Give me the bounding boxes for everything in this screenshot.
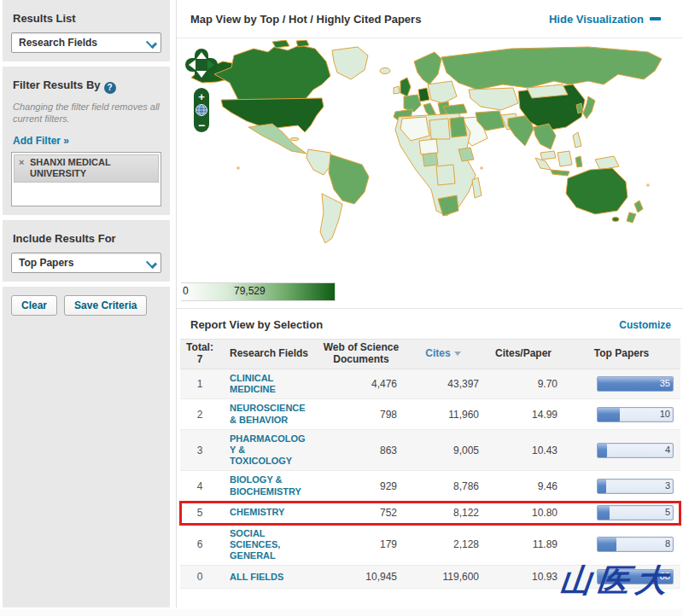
country-shape <box>595 156 619 170</box>
row-cites-per-paper-value: 14.99 <box>484 405 563 424</box>
legend-min-value: 0 <box>183 285 189 297</box>
column-header-cites[interactable]: Cites <box>402 346 484 363</box>
table-row: 5 CHEMISTRY 752 8,122 10.80 5 <box>180 502 680 525</box>
country-shape <box>551 170 569 176</box>
row-rank: 1 <box>180 375 219 393</box>
hide-visualization-link[interactable]: Hide Visualization <box>549 13 661 26</box>
top-papers-value: 35 <box>660 378 670 388</box>
sort-descending-icon <box>454 352 461 356</box>
top-papers-bar-fill <box>598 538 616 551</box>
table-row: 1 CLINICAL MEDICINE 4,476 43,397 9.70 35 <box>180 369 680 399</box>
row-cites-value: 43,397 <box>402 375 484 393</box>
research-field-link[interactable]: SOCIAL SCIENCES, GENERAL <box>230 528 308 562</box>
clear-button[interactable]: Clear <box>11 295 57 316</box>
table-row: 4 BIOLOGY & BIOCHEMISTRY 929 8,786 9.46 … <box>180 471 680 501</box>
top-papers-value: 8 <box>665 538 670 549</box>
row-rank: 5 <box>180 503 219 522</box>
customize-link[interactable]: Customize <box>619 319 671 331</box>
country-shape <box>423 153 438 166</box>
map-controls: + − <box>184 47 221 148</box>
research-field-link[interactable]: CLINICAL MEDICINE <box>230 373 308 395</box>
legend-max-value: 79,529 <box>234 285 266 297</box>
country-shape <box>540 151 556 160</box>
zoom-control[interactable]: + − <box>194 88 209 132</box>
top-papers-bar-fill <box>598 444 607 457</box>
remove-filter-icon[interactable]: × <box>19 157 24 168</box>
filter-header: Filter Results By? <box>13 78 161 94</box>
report-view-header: Report View by Selection Customize <box>177 308 683 339</box>
row-rank: 2 <box>180 405 219 424</box>
include-results-select[interactable]: Top Papers <box>11 253 161 273</box>
country-shape <box>214 45 330 100</box>
row-cites-per-paper-value: 10.80 <box>484 503 563 522</box>
row-documents-value: 929 <box>320 477 402 496</box>
row-cites-value: 9,005 <box>402 441 484 460</box>
research-field-link[interactable]: CHEMISTRY <box>230 507 308 518</box>
zoom-out-button[interactable]: − <box>198 119 205 132</box>
country-shape <box>332 47 368 79</box>
zoom-in-button[interactable]: + <box>198 90 205 103</box>
map-view-title: Map View by Top / Hot / Highly Cited Pap… <box>190 13 421 26</box>
map-view-header: Map View by Top / Hot / Highly Cited Pap… <box>177 0 683 38</box>
row-documents-value: 4,476 <box>320 375 402 393</box>
top-papers-value: 4 <box>665 445 670 455</box>
results-list-select[interactable]: Research Fields <box>11 32 161 53</box>
column-header-documents: Web of Science Documents <box>320 340 402 369</box>
filter-list-box[interactable]: × SHANXI MEDICAL UNIVERSITY <box>11 152 161 206</box>
filter-note: Changing the filter field removes all cu… <box>13 102 160 125</box>
row-cites-per-paper-value: 9.70 <box>484 375 563 393</box>
top-papers-bar: 35 <box>597 376 674 392</box>
filter-item[interactable]: × SHANXI MEDICAL UNIVERSITY <box>14 154 159 183</box>
include-results-header: Include Results For <box>13 232 161 245</box>
top-papers-bar: 10 <box>597 407 674 422</box>
country-shape <box>296 40 309 47</box>
country-shape <box>400 78 411 96</box>
country-shape <box>441 47 662 90</box>
chevron-down-icon <box>145 37 157 49</box>
research-field-link[interactable]: PHARMACOLOGY & TOXICOLOGY <box>230 433 308 468</box>
country-shape <box>272 40 289 48</box>
country-shape <box>320 194 342 243</box>
row-documents-value: 752 <box>320 503 402 522</box>
row-cites-value: 11,960 <box>402 405 484 424</box>
watermark-text: 山医大 <box>557 560 674 602</box>
research-field-link[interactable]: BIOLOGY & BIOCHEMISTRY <box>230 474 308 497</box>
world-map-visualization[interactable]: + − <box>177 38 683 279</box>
main-panel: Map View by Top / Hot / Highly Cited Pap… <box>176 0 683 607</box>
total-count: Total:7 <box>180 340 219 369</box>
column-header-research-fields: Research Fields <box>219 346 320 363</box>
country-shape <box>418 88 429 102</box>
row-documents-value: 863 <box>320 441 402 460</box>
pan-control[interactable] <box>185 49 218 81</box>
filter-item-label: SHANXI MEDICAL UNIVERSITY <box>30 157 111 178</box>
table-row: 2 NEUROSCIENCE & BEHAVIOR 798 11,960 14.… <box>180 399 680 429</box>
row-rank: 3 <box>180 441 219 460</box>
results-list-selected-value: Research Fields <box>19 37 97 49</box>
top-papers-bar: 3 <box>597 479 674 494</box>
report-view-title: Report View by Selection <box>190 318 323 331</box>
row-cites-per-paper-value: 11.89 <box>484 535 563 554</box>
top-papers-bar-fill <box>598 408 620 421</box>
country-shape <box>566 168 628 214</box>
top-papers-bar-fill <box>598 506 610 520</box>
row-documents-value: 798 <box>320 405 402 424</box>
research-field-link[interactable]: NEUROSCIENCE & BEHAVIOR <box>230 403 308 425</box>
country-shape <box>472 177 482 198</box>
research-field-link[interactable]: ALL FIELDS <box>230 572 308 583</box>
country-shape <box>436 165 455 185</box>
country-shape <box>450 117 467 137</box>
country-shape <box>419 139 438 154</box>
country-shape <box>380 68 390 74</box>
country-shape <box>612 218 619 222</box>
top-papers-value: 3 <box>665 480 670 491</box>
row-cites-value: 8,122 <box>402 503 484 522</box>
country-shape <box>429 119 450 139</box>
results-table: Total:7 Research Fields Web of Science D… <box>180 339 680 589</box>
save-criteria-button[interactable]: Save Criteria <box>64 295 147 316</box>
results-list-header: Results List <box>13 12 161 25</box>
row-documents-value: 179 <box>320 535 402 554</box>
add-filter-link[interactable]: Add Filter » <box>13 135 69 147</box>
include-results-selected-value: Top Papers <box>19 257 73 269</box>
row-rank: 6 <box>180 535 219 554</box>
help-icon[interactable]: ? <box>104 82 116 94</box>
